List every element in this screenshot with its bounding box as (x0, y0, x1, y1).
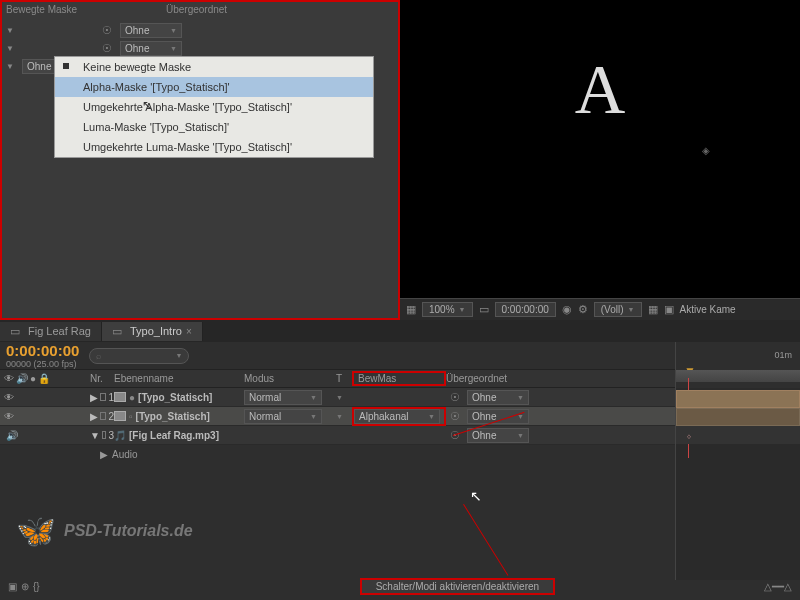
audio-icon: 🎵 (114, 430, 126, 441)
expand-icon[interactable]: ▶ (100, 449, 108, 460)
pickwhip-icon[interactable]: ☉ (450, 410, 460, 423)
track-matte-dropdown[interactable]: Alphakanal▼ (354, 409, 440, 424)
comp-icon (114, 392, 126, 402)
comp-icon: ▭ (10, 325, 20, 338)
col-bewmas[interactable]: BewMas (352, 371, 446, 386)
speaker-icon: 🔊 (16, 373, 28, 384)
layer-bar-2[interactable] (676, 408, 800, 426)
col-number: Nr. (90, 373, 114, 384)
col-t: T (336, 373, 352, 384)
zoom-slider-icon[interactable]: △━━△ (764, 581, 792, 592)
menu-item-alpha[interactable]: Alpha-Maske '[Typo_Statisch]' (55, 77, 373, 97)
menu-item-luma-inverted[interactable]: Umgekehrte Luma-Maske '[Typo_Statisch]' (55, 137, 373, 157)
zoom-dropdown[interactable]: 100%▼ (422, 302, 473, 317)
tab-typo-intro[interactable]: ▭Typo_Intro× (102, 322, 203, 341)
menu-item-alpha-inverted[interactable]: Umgekehrte Alpha-Maske '[Typo_Statisch]' (55, 97, 373, 117)
grid-icon[interactable]: ▦ (406, 303, 416, 316)
cursor-icon: ↖ (470, 488, 482, 504)
layer-bar-1[interactable] (676, 390, 800, 408)
comp-icon (114, 411, 126, 421)
layer-bar-3[interactable] (676, 426, 800, 444)
comp-icon: ▭ (112, 325, 122, 338)
butterfly-icon: 🦋 (16, 512, 56, 550)
col-mode: Modus (244, 373, 336, 384)
column-headers: Bewegte Maske Übergeordnet (2, 2, 398, 17)
speaker-icon[interactable]: 🔊 (6, 430, 18, 441)
snapshot-icon[interactable]: ◉ (562, 303, 572, 316)
menu-item-luma[interactable]: Luma-Maske '[Typo_Statisch]' (55, 117, 373, 137)
expand-icon[interactable]: ▶ (90, 392, 98, 403)
grid-icon[interactable]: ▦ (648, 303, 658, 316)
parent-dropdown[interactable]: Ohne▼ (120, 41, 182, 56)
composition-tabs: ▭Fig Leaf Rag ▭Typo_Intro× (0, 320, 800, 342)
blend-mode-dropdown[interactable]: Normal▼ (244, 390, 322, 405)
parent-dropdown[interactable]: Ohne▼ (120, 23, 182, 38)
preview-toolbar: ▦ 100%▼ ▭ 0:00:00:00 ◉ ⚙ (Voll)▼ ▦ ▣ Akt… (400, 298, 800, 320)
preview-icon[interactable]: ▭ (479, 303, 489, 316)
track-matte-menu: Keine bewegte Maske Alpha-Maske '[Typo_S… (54, 56, 374, 158)
parent-dropdown[interactable]: Ohne▼ (467, 390, 529, 405)
eye-icon[interactable]: 👁 (4, 411, 14, 422)
t-toggle[interactable]: ▼ (336, 394, 352, 401)
toggle-icon[interactable]: ▣ (8, 581, 17, 592)
col-parent: Übergeordnet (446, 373, 546, 384)
pickwhip-icon[interactable]: ☉ (102, 24, 112, 37)
time-display[interactable]: 0:00:00:00 (495, 302, 556, 317)
chevron-down-icon[interactable]: ▼ (6, 26, 18, 35)
expand-icon[interactable]: ▼ (90, 430, 100, 441)
fps-display: 00000 (25.00 fps) (6, 359, 79, 369)
chevron-down-icon[interactable]: ▼ (6, 44, 18, 53)
ruler-time: 01m (774, 350, 792, 360)
menu-item-none[interactable]: Keine bewegte Maske (55, 57, 373, 77)
eye-icon[interactable]: 👁 (4, 392, 14, 403)
chevron-down-icon[interactable]: ▼ (6, 62, 18, 71)
track-matte-panel: Bewegte Maske Übergeordnet ▼ ☉ Ohne▼ ▼ ☉… (0, 0, 400, 320)
close-icon[interactable]: × (186, 326, 192, 337)
cursor-icon: ↖ (142, 98, 152, 112)
color-label[interactable] (100, 393, 106, 401)
mask-icon[interactable]: ▣ (664, 303, 674, 316)
color-label[interactable] (100, 412, 106, 420)
timeline-footer: ▣ ⊕ {} Schalter/Modi aktivieren/deaktivi… (0, 576, 800, 596)
anchor-point-icon: ◈ (702, 145, 710, 156)
col-name: Ebenenname (114, 373, 244, 384)
t-toggle[interactable]: ▼ (336, 413, 352, 420)
timeline-tracks: 01m ▼ ⬨ (675, 342, 800, 580)
channel-icon[interactable]: ⚙ (578, 303, 588, 316)
parent-dropdown[interactable]: Ohne▼ (467, 428, 529, 443)
tab-fig-leaf-rag[interactable]: ▭Fig Leaf Rag (0, 322, 102, 341)
camera-label[interactable]: Aktive Kame (680, 304, 736, 315)
brackets-icon[interactable]: {} (33, 581, 40, 592)
expand-icon[interactable]: ▶ (90, 411, 98, 422)
watermark: 🦋 PSD-Tutorials.de (16, 512, 193, 550)
col-uebergeordnet: Übergeordnet (166, 4, 227, 15)
search-input[interactable]: ⌕▼ (89, 348, 189, 364)
keyframe-icon[interactable]: ⬨ (686, 430, 692, 441)
blend-mode-dropdown[interactable]: Normal▼ (244, 409, 322, 424)
composition-preview: A ◈ ▦ 100%▼ ▭ 0:00:00:00 ◉ ⚙ (Voll)▼ ▦ ▣… (400, 0, 800, 320)
preview-content: A (575, 50, 626, 130)
current-time[interactable]: 0:00:00:00 (6, 342, 79, 359)
color-label[interactable] (102, 431, 107, 439)
col-bewegte-maske: Bewegte Maske (6, 4, 96, 15)
toggle-icon[interactable]: ⊕ (21, 581, 29, 592)
pickwhip-icon[interactable]: ☉ (102, 42, 112, 55)
eye-icon: 👁 (4, 373, 14, 384)
toggle-switches-button[interactable]: Schalter/Modi aktivieren/deaktivieren (360, 578, 555, 595)
time-ruler[interactable] (676, 370, 800, 382)
resolution-dropdown[interactable]: (Voll)▼ (594, 302, 642, 317)
pickwhip-icon[interactable]: ☉ (450, 391, 460, 404)
